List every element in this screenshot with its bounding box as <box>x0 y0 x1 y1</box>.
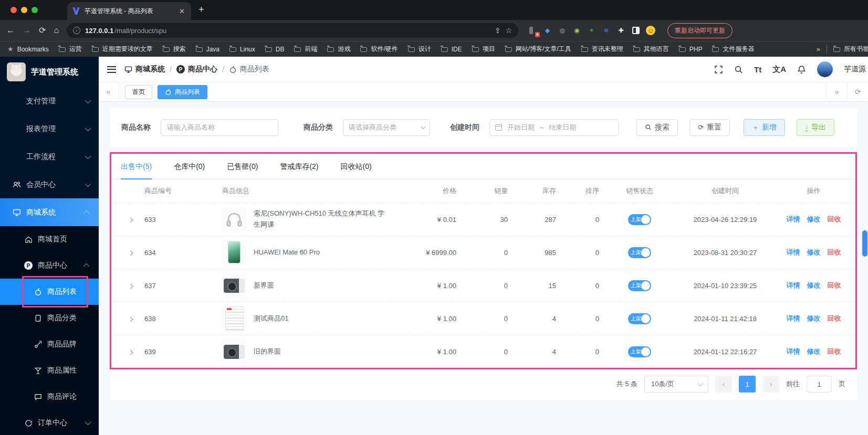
minimize-window-button[interactable] <box>21 7 27 13</box>
address-bar[interactable]: i 127.0.0.1 /mall/product/spu ⇪ ☆ <box>67 23 518 38</box>
status-toggle[interactable]: 上架 <box>628 346 651 357</box>
tab-in-warehouse[interactable]: 仓库中(0) <box>174 162 205 179</box>
all-bookmarks-button[interactable]: 所有书签 <box>833 45 868 54</box>
split-screen-icon[interactable] <box>631 26 640 35</box>
page-size-select[interactable]: 10条/页 <box>644 376 708 392</box>
sidebar-item-product-brand[interactable]: 商品品牌 <box>0 331 99 357</box>
bookmark-folder[interactable]: PHP <box>679 46 703 53</box>
tags-scroll-left-button[interactable]: « <box>99 82 119 101</box>
row-expand-icon[interactable] <box>128 283 133 289</box>
home-button[interactable]: ⌂ <box>54 26 59 35</box>
edit-link[interactable]: 修改 <box>807 281 821 290</box>
bookmark-folder[interactable]: 游戏 <box>327 45 350 54</box>
status-toggle[interactable]: 上架 <box>628 247 651 258</box>
scrollbar-thumb[interactable] <box>862 230 867 257</box>
sidebar-item-report[interactable]: 报表管理 <box>0 115 99 143</box>
bookmark-folder[interactable]: 设计 <box>408 45 431 54</box>
tab-on-sale[interactable]: 出售中(5) <box>121 162 152 179</box>
edit-link[interactable]: 修改 <box>807 215 821 224</box>
tab-sold-out[interactable]: 已售罄(0) <box>227 162 258 179</box>
extension-star-icon[interactable]: ✶ <box>587 26 596 35</box>
status-toggle[interactable]: 上架 <box>628 214 651 225</box>
sidebar-item-product-attr[interactable]: 商品属性 <box>0 357 99 384</box>
site-info-icon[interactable]: i <box>73 27 80 34</box>
bookmark-folder[interactable]: 搜索 <box>163 45 186 54</box>
goto-page-input[interactable] <box>807 376 832 392</box>
breadcrumb-mall-system[interactable]: 商城系统 <box>124 65 165 74</box>
row-expand-icon[interactable] <box>128 349 133 355</box>
sidebar-item-workflow[interactable]: 工作流程 <box>0 143 99 171</box>
collapse-sidebar-icon[interactable] <box>107 66 116 73</box>
bookmark-folder[interactable]: 资讯未整理 <box>581 45 623 54</box>
extension-circle-icon[interactable]: ◉ <box>572 26 581 35</box>
bookmark-folder[interactable]: 前端 <box>294 45 317 54</box>
bookmark-folder[interactable]: 项目 <box>472 45 495 54</box>
row-expand-icon[interactable] <box>128 250 133 256</box>
sidebar-item-product-center[interactable]: P 商品中心 <box>0 252 99 279</box>
language-icon[interactable]: 文A <box>772 65 786 75</box>
sidebar-item-order-center[interactable]: 订单中心 <box>0 410 99 435</box>
tab-recycle-bin[interactable]: 回收站(0) <box>341 162 372 179</box>
bookmark-folder[interactable]: DB <box>265 46 285 53</box>
extensions-puzzle-icon[interactable]: ✚ <box>616 26 625 35</box>
row-expand-icon[interactable] <box>128 217 133 222</box>
tab-close-icon[interactable]: ✕ <box>178 7 186 15</box>
breadcrumb-product-center[interactable]: P 商品中心 <box>176 65 217 74</box>
extension-kite-icon[interactable]: ◆ <box>543 26 552 35</box>
tag-product-list[interactable]: 商品列表 <box>158 85 207 99</box>
export-button[interactable]: ↓ 导出 <box>797 119 834 136</box>
extension-layers-icon[interactable]: ≋ <box>602 26 611 35</box>
status-toggle[interactable]: 上架 <box>628 280 651 291</box>
date-range-picker[interactable]: 开始日期 – 结束日期 <box>489 119 619 136</box>
back-button[interactable]: ← <box>6 26 15 35</box>
search-button[interactable]: 搜索 <box>636 119 678 136</box>
sidebar-item-product-category[interactable]: 商品分类 <box>0 305 99 331</box>
sidebar-item-product-comment[interactable]: 商品评论 <box>0 384 99 410</box>
edit-link[interactable]: 修改 <box>807 248 821 257</box>
sidebar-item-mall-home[interactable]: 商城首页 <box>0 226 99 252</box>
refresh-page-button[interactable]: ⟳ <box>847 82 868 101</box>
bookmark-star-icon[interactable]: ☆ <box>506 26 513 35</box>
search-icon[interactable] <box>734 65 743 74</box>
reset-button[interactable]: ⟳ 重置 <box>689 119 730 136</box>
detail-link[interactable]: 详情 <box>787 314 800 323</box>
bookmark-folder[interactable]: Linux <box>229 46 255 53</box>
bookmark-folder[interactable]: 近期需要读的文章 <box>92 45 153 54</box>
tag-home[interactable]: 首页 <box>125 85 152 99</box>
edit-link[interactable]: 修改 <box>807 314 821 323</box>
forward-button[interactable]: → <box>23 26 31 35</box>
product-name-input[interactable] <box>161 119 278 136</box>
bookmark-folder[interactable]: IDE <box>441 46 462 53</box>
sidebar-item-payment[interactable]: 支付管理 <box>0 87 99 115</box>
recycle-link[interactable]: 回收 <box>828 347 841 356</box>
app-logo[interactable]: 芋道管理系统 <box>0 57 99 87</box>
bookmarks-root[interactable]: ★Bookmarks <box>7 45 49 53</box>
recycle-link[interactable]: 回收 <box>828 314 841 323</box>
status-toggle[interactable]: 上架 <box>628 313 651 324</box>
current-page-button[interactable]: 1 <box>739 376 756 392</box>
browser-tab[interactable]: 芋道管理系统 - 商品列表 ✕ <box>67 2 191 20</box>
font-size-icon[interactable]: Tt <box>754 65 761 74</box>
reload-button[interactable]: ⟳ <box>39 26 46 35</box>
bookmark-folder[interactable]: Java <box>196 46 219 53</box>
bookmark-folder[interactable]: 网站/博客/文章/工具 <box>505 45 571 54</box>
extension-grid-icon[interactable]: 6 <box>528 26 537 35</box>
bookmark-folder[interactable]: 其他语言 <box>633 45 669 54</box>
bookmark-folder[interactable]: 运营 <box>59 45 82 54</box>
sidebar-item-member-center[interactable]: 会员中心 <box>0 171 99 198</box>
add-button[interactable]: ＋ 新增 <box>744 119 785 136</box>
extension-orb-icon[interactable]: ◍ <box>558 26 567 35</box>
share-icon[interactable]: ⇪ <box>495 26 501 35</box>
bookmark-folder[interactable]: 软件/硬件 <box>360 45 398 54</box>
prev-page-button[interactable]: ‹ <box>715 376 732 392</box>
detail-link[interactable]: 详情 <box>787 248 800 257</box>
new-tab-button[interactable]: + <box>198 4 204 15</box>
recycle-link[interactable]: 回收 <box>828 248 841 257</box>
notification-bell-icon[interactable] <box>797 65 806 74</box>
fullscreen-icon[interactable] <box>714 65 723 74</box>
maximize-window-button[interactable] <box>32 7 38 13</box>
row-expand-icon[interactable] <box>128 316 133 322</box>
detail-link[interactable]: 详情 <box>787 347 800 356</box>
detail-link[interactable]: 详情 <box>787 281 800 290</box>
close-window-button[interactable] <box>11 7 17 13</box>
